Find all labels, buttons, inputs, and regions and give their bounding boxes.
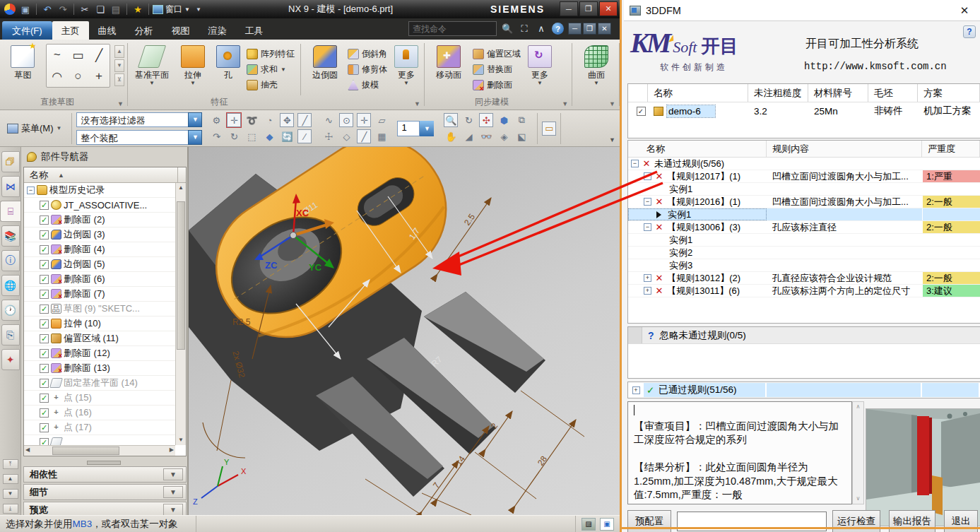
part-navigator-icon[interactable]: ⌸ (0, 201, 20, 222)
part-name[interactable]: demo-6 (667, 105, 715, 117)
snap-line-icon[interactable]: ╱ (357, 129, 371, 143)
more-feature-button[interactable]: 更多 ▼ (391, 44, 421, 95)
tree-column-header[interactable]: 名称 ▲ (24, 167, 186, 183)
profile-curve-icon[interactable]: ~ (54, 48, 61, 62)
scroll-up-icon[interactable]: ▲ (176, 183, 186, 193)
reuse-library-icon[interactable]: 📚 (1, 225, 20, 247)
rotate-point-icon[interactable]: ↻ (227, 129, 241, 143)
part-row[interactable]: ✓ demo-6 3.2 25Mn 非铸件 机加工方案 (628, 102, 980, 119)
checkbox-checked-icon[interactable]: ✓ (40, 275, 49, 284)
defect-preview-image[interactable] (866, 408, 980, 526)
rule-row[interactable]: +✕【规则13012】(2) 孔直径应该符合企业设计规范 2:一般 (628, 272, 980, 285)
palette-expand-icon[interactable]: ⊻ (114, 73, 124, 86)
checkbox-checked-icon[interactable]: ✓ (40, 215, 49, 225)
web-browser-icon[interactable]: 🌐 (1, 275, 20, 296)
draft-button[interactable]: 拔模 (348, 78, 387, 93)
edge-blend-button[interactable]: 边倒圆 (307, 44, 343, 95)
command-star-icon[interactable]: ★ (131, 2, 145, 16)
tree-item[interactable]: ✓ 删除面 (2) (24, 213, 175, 227)
perspective-icon[interactable]: ⧉ (514, 113, 529, 127)
tab-view[interactable]: 视图 (163, 21, 199, 40)
tree-item-partial[interactable]: ✓ (24, 435, 175, 445)
group-dialog-arrow[interactable]: ▼ (414, 100, 420, 107)
tree-item[interactable]: ✓ 删除面 (4) (24, 242, 175, 257)
hole-button[interactable]: 孔 (214, 44, 242, 95)
chamfer-button[interactable]: 倒斜角 (348, 47, 387, 61)
qat-more-icon[interactable]: ▼ (191, 2, 206, 16)
ignored-rules-row[interactable]: ? 忽略未通过规则(0/5) (628, 327, 980, 344)
undo-selection-icon[interactable]: ↷ (209, 129, 223, 143)
move-handle-icon[interactable]: ✥ (280, 113, 294, 127)
rule-row[interactable]: −✕【规则12016】(1) 凹槽立面间过渡圆角大小与加工... 2:一般 (628, 196, 980, 208)
marquee-select-icon[interactable]: ⬚ (244, 129, 259, 143)
rule-row[interactable]: −✕【规则13006】(3) 孔应该标注直径 2:一般 (628, 221, 980, 234)
minimize-button[interactable]: ─ (560, 1, 578, 16)
arc-tool-icon[interactable]: ◠ (52, 69, 62, 84)
analysis-scrollbar[interactable]: ∧ ∨ (852, 401, 864, 504)
window-menu[interactable]: 窗口 ▼ (153, 4, 190, 16)
dropdown-arrow-icon[interactable]: ▼ (188, 130, 202, 145)
eraser-icon[interactable]: ◢ (461, 129, 476, 143)
dfm-titlebar[interactable]: 3DDFM ✕ (624, 0, 980, 21)
details-panel[interactable]: 细节 ▼ (23, 484, 187, 500)
circle-tool-icon[interactable]: ○ (74, 69, 81, 83)
orbit-icon[interactable]: 🔄 (280, 129, 294, 143)
tree-item[interactable]: ✓ 删除面 (12) (24, 346, 175, 361)
tree-item[interactable]: ✓ + 点 (17) (24, 420, 175, 435)
measure-icon[interactable]: ▭ (542, 122, 556, 136)
segment-select-icon[interactable]: ∕ (297, 129, 312, 143)
palette-down-icon[interactable]: ▼ (114, 59, 124, 72)
tab-file[interactable]: 文件(F) (2, 21, 52, 40)
layer-spinner[interactable]: 1 ▼ (397, 121, 434, 136)
tree-item[interactable]: ✓ + 点 (16) (24, 406, 175, 420)
tab-analysis[interactable]: 分析 (126, 21, 163, 40)
scroll-down-icon[interactable]: ▼ (176, 435, 186, 445)
pan-icon[interactable]: ✋ (444, 129, 458, 143)
tree-item[interactable]: ✓ 品 草图 (9) "SKETC... (24, 302, 175, 317)
expand-icon[interactable]: + (644, 274, 651, 282)
pattern-feature-button[interactable]: 阵列特征 (247, 47, 295, 61)
checkbox-checked-icon[interactable]: ✓ (40, 423, 49, 432)
doc-restore-icon[interactable]: ❐ (583, 23, 596, 35)
analysis-text[interactable]: 【审查项目】：凹槽立面间过渡圆角大小与加工深度应符合规定的系列 【结果分析】：此… (627, 401, 852, 504)
command-finder-input[interactable] (408, 21, 497, 36)
dependencies-panel[interactable]: 相依性 ▼ (23, 466, 187, 483)
checkbox-checked-icon[interactable]: ✓ (40, 230, 49, 240)
close-button[interactable]: ✕ (599, 1, 618, 16)
cut-icon[interactable]: ✂ (78, 2, 92, 16)
tab-tools[interactable]: 工具 (236, 21, 273, 40)
tree-item[interactable]: ✓ 偏置区域 (11) (24, 331, 175, 346)
checkbox-checked-icon[interactable]: ✓ (40, 290, 49, 299)
gear-pair-icon[interactable]: ⚙ (209, 113, 223, 127)
checkbox-checked-icon[interactable]: ✓ (40, 438, 49, 446)
shell-button[interactable]: 抽壳 (247, 78, 295, 93)
dropdown-arrow-icon[interactable]: ▼ (420, 121, 434, 136)
expand-icon[interactable]: + (632, 386, 640, 394)
group-dialog-arrow[interactable]: ▼ (117, 100, 124, 107)
rule-row[interactable]: +✕【规则13011】(6) 孔应该标注两个方向上的定位尺寸 3:建议 (628, 285, 980, 297)
resource-scroll-top-icon[interactable]: ⤒ (3, 459, 18, 469)
line-tool-icon[interactable]: ╱ (95, 48, 102, 63)
section-view-icon[interactable]: ⬕ (514, 129, 529, 143)
selection-scope-combo[interactable]: 整个装配 ▼ (76, 130, 202, 145)
extrude-button[interactable]: 拉伸 ▼ (176, 44, 210, 95)
visual-reports-icon[interactable]: ✦ (1, 349, 20, 370)
tree-item[interactable]: ✓ 固定基准平面 (14) (24, 376, 175, 391)
checkbox-checked-icon[interactable]: ✓ (40, 408, 49, 418)
point-tool-icon[interactable]: + (95, 69, 102, 83)
rule-row[interactable]: −✕【规则12017】(1) 凹槽立面间过渡圆角大小与加工... 1:严重 (628, 170, 980, 183)
rule-group-row[interactable]: −✕未通过规则(5/56) (628, 158, 980, 170)
rotate-view-icon[interactable]: ↻ (461, 113, 476, 127)
collapse-icon[interactable]: − (644, 198, 651, 206)
tree-root-row[interactable]: − 模型历史记录 (24, 183, 175, 198)
tree-item[interactable]: ✓ 边倒圆 (3) (24, 227, 175, 242)
doc-minimize-icon[interactable]: ─ (568, 23, 581, 35)
group-dialog-arrow[interactable]: ▼ (562, 100, 568, 107)
chevron-down-icon[interactable]: ▼ (163, 486, 183, 498)
scrollbar-thumb[interactable] (52, 447, 119, 455)
cube-view-icon[interactable]: ⬢ (497, 113, 511, 127)
nx-logo-icon[interactable] (3, 2, 17, 16)
3d-viewport[interactable]: 2.5 1.7 Ø11 2x Ø32 R2.5 R7 2 14 28 7 (189, 147, 620, 515)
chevron-down-icon[interactable]: ▼ (163, 468, 183, 480)
search-icon[interactable]: 🔍 (501, 23, 514, 34)
